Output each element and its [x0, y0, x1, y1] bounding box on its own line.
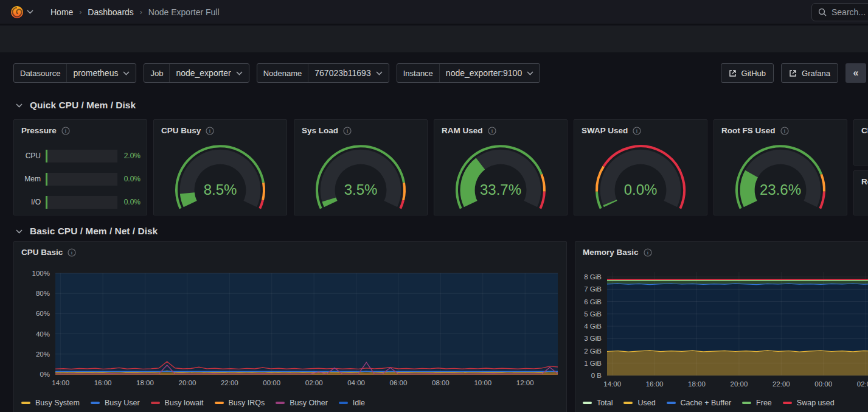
legend-item[interactable]: Free — [742, 399, 772, 407]
info-icon[interactable]: i — [633, 127, 641, 135]
sys-load-gauge: 3.5% — [300, 139, 421, 212]
svg-text:7 GiB: 7 GiB — [584, 285, 602, 293]
pressure-row-io: I/O 0.0% — [20, 195, 141, 209]
cpu-basic-chart[interactable]: 0%20%40%60%80%100%14:0016:0018:0020:0022… — [14, 262, 567, 402]
svg-text:3 GiB: 3 GiB — [584, 335, 602, 342]
root-fs-used-gauge: 23.6% — [720, 139, 841, 212]
svg-text:60%: 60% — [36, 310, 50, 317]
info-icon[interactable]: i — [206, 127, 214, 135]
variable-nodename[interactable]: Nodename 767023b11693 — [257, 63, 389, 83]
svg-text:0.0%: 0.0% — [624, 181, 658, 198]
pressure-row-label: I/O — [20, 198, 41, 206]
search-placeholder: Search... — [832, 7, 866, 17]
svg-text:3.5%: 3.5% — [344, 181, 378, 198]
variable-value: node_exporter:9100 — [446, 68, 522, 78]
chevron-down-icon — [16, 103, 23, 108]
top-nav: Home › Dashboards › Node Exporter Full S… — [0, 0, 868, 24]
legend-swatch — [583, 402, 592, 404]
variable-instance[interactable]: Instance node_exporter:9100 — [397, 63, 540, 83]
grafana-link-label: Grafana — [802, 69, 830, 78]
memory-basic-panel: Memory Basic i 0 B1 GiB2 GiB3 GiB4 GiB5 … — [575, 241, 868, 412]
panel-title: CPU Busy — [161, 126, 201, 135]
svg-text:08:00: 08:00 — [432, 379, 450, 386]
collapse-row-button[interactable]: « — [845, 63, 866, 83]
breadcrumb-current: Node Exporter Full — [148, 7, 220, 17]
pressure-row-label: Mem — [20, 175, 41, 183]
legend-item[interactable]: Busy User — [91, 399, 140, 407]
github-link-button[interactable]: GitHub — [721, 63, 774, 83]
grafana-logo[interactable] — [10, 5, 33, 19]
section-basic-cpu-mem-net-disk[interactable]: Basic CPU / Mem / Net / Disk — [16, 223, 158, 239]
legend-item[interactable]: Swap used — [783, 399, 835, 407]
svg-text:i: i — [783, 128, 785, 134]
section-quick-cpu-mem-disk[interactable]: Quick CPU / Mem / Disk — [16, 97, 136, 113]
breadcrumb-home[interactable]: Home — [50, 7, 73, 17]
breadcrumb-separator: › — [79, 8, 82, 16]
pressure-bar — [46, 150, 117, 162]
variables-toolbar: Datasource prometheus Job node_exporter … — [13, 63, 866, 83]
variable-value: prometheus — [73, 68, 118, 78]
info-icon[interactable]: i — [780, 127, 789, 135]
legend-item[interactable]: Busy Iowait — [151, 399, 204, 407]
pressure-bar-fill — [46, 173, 47, 186]
svg-text:14:00: 14:00 — [52, 379, 69, 386]
info-icon[interactable]: i — [61, 127, 70, 135]
pressure-panel: Pressure i CPU 2.0% Mem 0.0% I/O 0.0% — [13, 119, 147, 215]
rootfs-total-panel-clipped: RootFS Total — [853, 170, 868, 215]
legend-swatch — [21, 402, 30, 404]
variable-datasource[interactable]: Datasource prometheus — [13, 63, 136, 83]
svg-text:18:00: 18:00 — [136, 379, 154, 386]
svg-text:33.7%: 33.7% — [480, 181, 521, 198]
search-input[interactable]: Search... — [811, 3, 868, 21]
svg-text:22:00: 22:00 — [221, 379, 238, 386]
legend-item[interactable]: Total — [583, 399, 613, 407]
legend-item[interactable]: Busy Other — [276, 399, 328, 407]
svg-text:8.5%: 8.5% — [204, 181, 237, 198]
memory-basic-chart[interactable]: 0 B1 GiB2 GiB3 GiB4 GiB5 GiB6 GiB7 GiB8 … — [575, 262, 868, 402]
legend-label: Busy Iowait — [165, 399, 204, 407]
variable-label: Nodename — [257, 64, 309, 82]
legend-swatch — [667, 402, 676, 404]
chevron-down-icon — [376, 71, 383, 75]
svg-text:23.6%: 23.6% — [760, 181, 801, 198]
legend-item[interactable]: Cache + Buffer — [667, 399, 732, 407]
info-icon[interactable]: i — [343, 127, 352, 135]
svg-text:02:00: 02:00 — [305, 379, 323, 386]
svg-text:18:00: 18:00 — [688, 380, 706, 388]
svg-text:14:00: 14:00 — [603, 380, 621, 388]
legend-item[interactable]: Idle — [339, 399, 365, 407]
external-link-icon — [729, 69, 737, 77]
pressure-row-mem: Mem 0.0% — [20, 172, 141, 186]
grafana-link-button[interactable]: Grafana — [781, 63, 838, 83]
variable-job[interactable]: Job node_exporter — [144, 63, 249, 83]
breadcrumb-dashboards[interactable]: Dashboards — [88, 7, 134, 17]
svg-text:04:00: 04:00 — [347, 379, 365, 386]
info-icon[interactable]: i — [644, 248, 652, 257]
svg-text:i: i — [491, 128, 493, 134]
root-fs-used-gauge-panel: Root FS Used i 23.6% — [713, 119, 847, 215]
svg-text:i: i — [71, 250, 73, 256]
svg-text:6 GiB: 6 GiB — [584, 298, 602, 306]
legend-label: Busy System — [35, 399, 80, 407]
legend-label: Used — [637, 399, 655, 407]
chevron-down-icon — [16, 229, 23, 234]
cpu-busy-gauge-panel: CPU Busy i 8.5% — [153, 119, 287, 215]
svg-text:8 GiB: 8 GiB — [584, 273, 602, 281]
legend-swatch — [215, 402, 224, 404]
section-title: Quick CPU / Mem / Disk — [30, 100, 136, 111]
external-link-icon — [789, 69, 797, 77]
svg-text:i: i — [347, 128, 349, 134]
info-icon[interactable]: i — [488, 127, 496, 135]
variable-label: Instance — [397, 64, 440, 82]
legend-item[interactable]: Used — [623, 399, 655, 407]
svg-text:10:00: 10:00 — [474, 379, 491, 386]
panel-title: CPU Basic — [21, 248, 63, 257]
info-icon[interactable]: i — [68, 248, 76, 257]
legend-item[interactable]: Busy System — [21, 399, 80, 407]
legend-item[interactable]: Busy IRQs — [215, 399, 265, 407]
breadcrumb-separator: › — [140, 8, 142, 16]
github-link-label: GitHub — [741, 69, 766, 78]
legend-swatch — [339, 402, 348, 404]
svg-text:20:00: 20:00 — [731, 380, 748, 388]
pressure-row-label: CPU — [20, 152, 41, 160]
